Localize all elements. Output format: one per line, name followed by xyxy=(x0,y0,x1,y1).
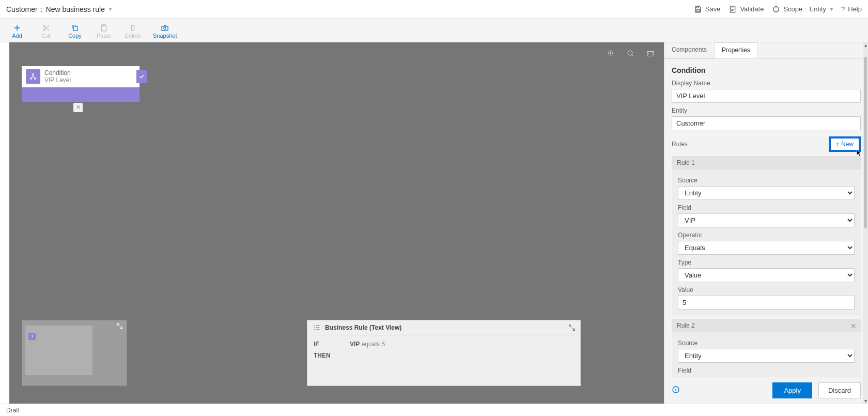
canvas[interactable]: Condition VIP Level ✕ Business Ru xyxy=(9,42,664,404)
add-label: Add xyxy=(12,33,22,39)
source-label: Source xyxy=(678,177,855,184)
fit-button[interactable] xyxy=(644,48,657,60)
scrollbar[interactable]: ▴ ▾ xyxy=(863,42,868,404)
top-actions: Save Validate Scope : Entity ▾ ? Help xyxy=(694,5,862,13)
svg-point-14 xyxy=(33,74,34,75)
scope-value: Entity xyxy=(810,5,827,13)
snapshot-label: Snapshot xyxy=(153,33,177,39)
title-separator: : xyxy=(41,5,43,13)
title-area[interactable]: Customer : New business rule ▾ xyxy=(6,5,112,13)
false-branch-handle[interactable]: ✕ xyxy=(73,103,83,112)
condition-tile-header: Condition VIP Level xyxy=(22,66,140,87)
section-title: Condition xyxy=(672,66,861,74)
rule-rest: equals 5 xyxy=(362,341,385,348)
value-label: Value xyxy=(678,286,855,294)
info-icon[interactable] xyxy=(672,386,680,396)
scope-button[interactable]: Scope : Entity ▾ xyxy=(772,5,833,13)
discard-button[interactable]: Discard xyxy=(818,382,861,398)
condition-tile-body xyxy=(22,87,140,102)
text-view-header: Business Rule (Text View) xyxy=(307,320,580,335)
delete-label: Delete xyxy=(125,33,141,39)
cut-label: Cut xyxy=(41,33,50,39)
type-select[interactable]: Value xyxy=(678,268,855,282)
chevron-down-icon: ▾ xyxy=(830,6,833,12)
apply-button[interactable]: Apply xyxy=(772,382,812,398)
copy-label: Copy xyxy=(68,33,82,39)
svg-rect-0 xyxy=(696,6,699,8)
entity-input[interactable] xyxy=(672,116,861,130)
panel-tabs: Components Properties xyxy=(664,42,868,59)
save-button[interactable]: Save xyxy=(694,5,721,13)
save-label: Save xyxy=(705,5,721,13)
delete-button[interactable]: Delete xyxy=(124,23,142,39)
operator-select[interactable]: Equals xyxy=(678,241,855,255)
paste-button[interactable]: Paste xyxy=(95,23,113,39)
help-button[interactable]: ? Help xyxy=(841,5,862,13)
svg-point-4 xyxy=(43,28,45,30)
scope-label: Scope : xyxy=(783,5,806,13)
text-view-body: IF VIP equals 5 THEN xyxy=(307,335,580,368)
svg-point-17 xyxy=(32,335,33,336)
expand-icon[interactable] xyxy=(568,323,576,333)
field-label: Field xyxy=(678,204,855,211)
svg-rect-1 xyxy=(696,9,699,11)
new-rule-button[interactable]: + New xyxy=(829,136,861,152)
condition-icon xyxy=(26,69,40,84)
toolbar: Add Cut Copy Paste Delete Snapshot xyxy=(0,19,868,42)
check-icon xyxy=(138,73,145,80)
then-keyword: THEN xyxy=(314,352,334,359)
status-text: Draft xyxy=(6,407,20,414)
tab-properties[interactable]: Properties xyxy=(714,42,758,58)
entity-label: Entity xyxy=(672,107,861,114)
validate-button[interactable]: Validate xyxy=(729,5,764,13)
zoom-out-button[interactable] xyxy=(625,48,637,60)
scrollbar-thumb[interactable] xyxy=(864,57,867,228)
main: Condition VIP Level ✕ Business Ru xyxy=(0,42,868,404)
svg-point-5 xyxy=(43,25,45,27)
rule-2-body: Source Entity Field xyxy=(672,332,861,377)
condition-tile[interactable]: Condition VIP Level ✕ xyxy=(22,66,140,102)
entity-name: Customer xyxy=(6,5,38,13)
svg-point-16 xyxy=(35,78,36,80)
rule-1-header[interactable]: Rule 1 xyxy=(672,156,861,170)
cut-button[interactable]: Cut xyxy=(37,23,55,39)
list-icon xyxy=(313,323,321,332)
chevron-down-icon[interactable]: ▾ xyxy=(109,6,112,12)
text-view-title: Business Rule (Text View) xyxy=(325,324,401,331)
scissors-icon xyxy=(41,23,51,33)
scroll-up-icon[interactable]: ▴ xyxy=(863,42,868,48)
help-label: Help xyxy=(848,5,862,13)
operator-label: Operator xyxy=(678,232,855,239)
paste-label: Paste xyxy=(97,33,111,39)
svg-point-15 xyxy=(30,78,32,80)
tab-components[interactable]: Components xyxy=(664,42,714,58)
true-branch-handle[interactable] xyxy=(136,70,147,83)
validate-label: Validate xyxy=(740,5,764,13)
help-icon: ? xyxy=(841,5,845,13)
add-button[interactable]: Add xyxy=(8,23,26,39)
display-name-label: Display Name xyxy=(672,80,861,87)
if-keyword: IF xyxy=(314,341,334,348)
delete-icon xyxy=(128,23,137,33)
zoom-in-button[interactable] xyxy=(605,48,617,60)
camera-icon xyxy=(160,23,169,33)
rule-2-header[interactable]: Rule 2 ✕ xyxy=(672,319,861,332)
copy-button[interactable]: Copy xyxy=(66,23,84,39)
close-icon[interactable]: ✕ xyxy=(850,322,857,330)
panel-footer: Apply Discard xyxy=(664,377,868,404)
display-name-input[interactable] xyxy=(672,89,861,103)
rule-2-title: Rule 2 xyxy=(677,322,695,329)
scroll-down-icon[interactable]: ▾ xyxy=(863,398,868,404)
source-select[interactable]: Entity xyxy=(678,186,855,200)
minimap-node xyxy=(28,333,36,340)
rule-1-body: Source Entity Field VIP Operator Equals … xyxy=(672,170,861,315)
source-select[interactable]: Entity xyxy=(678,349,855,363)
value-input[interactable] xyxy=(678,296,855,310)
field-select[interactable]: VIP xyxy=(678,213,855,227)
expand-icon[interactable] xyxy=(116,322,123,332)
zoom-in-icon xyxy=(607,49,616,58)
status-bar: Draft xyxy=(0,404,868,416)
snapshot-button[interactable]: Snapshot xyxy=(153,23,177,39)
minimap[interactable] xyxy=(22,320,127,386)
field-label: Field xyxy=(678,367,855,374)
